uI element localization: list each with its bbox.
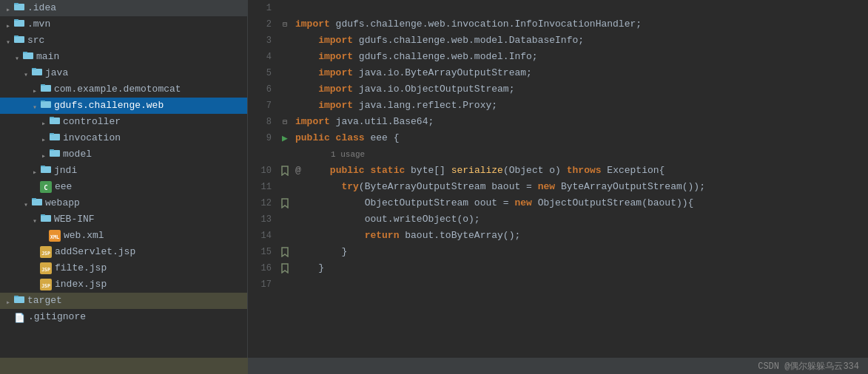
code-token <box>295 195 365 211</box>
sidebar-item-webapp[interactable]: webapp <box>0 195 247 211</box>
type-name: byte <box>411 163 434 179</box>
sidebar-item-label: src <box>27 33 44 48</box>
sidebar-item-filte.jsp[interactable]: JSPfilte.jsp <box>0 260 247 276</box>
line-number: 10 <box>248 163 272 179</box>
sidebar-item-idea[interactable]: .idea <box>0 0 247 16</box>
tree-arrow[interactable] <box>30 247 40 257</box>
sidebar-item-label: com.example.demotomcat <box>54 82 181 97</box>
code-line: return baout.toByteArray(); <box>295 228 868 244</box>
code-line: import java.io.ObjectOutputStream; <box>295 81 868 98</box>
sidebar-item-eee[interactable]: Ceee <box>0 179 247 195</box>
sidebar-item-mvn[interactable]: .mvn <box>0 16 247 33</box>
tree-arrow[interactable] <box>3 3 13 13</box>
folder-icon <box>40 163 54 180</box>
tree-arrow[interactable] <box>3 312 13 322</box>
code-token <box>295 179 341 195</box>
package-name: java.lang.reflect.Proxy; <box>359 98 497 114</box>
tree-arrow[interactable] <box>38 133 49 143</box>
code-line: import java.lang.reflect.Proxy; <box>295 98 868 114</box>
tree-arrow[interactable] <box>30 182 40 192</box>
sidebar-item-label: controller <box>63 115 121 129</box>
tree-arrow[interactable] <box>3 296 13 306</box>
code-token: ()); <box>682 179 705 195</box>
code-content[interactable]: import gdufs.challenge.web.invocation.In… <box>292 0 868 374</box>
svg-rect-17 <box>50 133 54 135</box>
tree-arrow[interactable] <box>30 279 40 290</box>
line-number: 1 <box>248 0 272 16</box>
svg-rect-3 <box>14 19 18 21</box>
tree-arrow[interactable] <box>30 84 40 95</box>
line-number: 5 <box>248 65 272 81</box>
sidebar-item-.gitignore[interactable]: 📄.gitignore <box>0 309 247 325</box>
sidebar-item-label: java <box>45 66 68 81</box>
folder-icon <box>31 65 45 82</box>
code-token <box>295 65 318 81</box>
tree-arrow[interactable] <box>21 198 31 208</box>
tree-arrow[interactable] <box>38 231 49 241</box>
sidebar-item-index.jsp[interactable]: JSPindex.jsp <box>0 276 247 293</box>
svg-rect-4 <box>14 36 24 43</box>
usage-hint: 1 usage <box>295 146 868 163</box>
folder-icon <box>40 81 54 98</box>
empty-gutter <box>277 49 292 65</box>
package-name: java.util.Base64; <box>336 114 434 130</box>
sidebar-item-controller[interactable]: controller <box>0 114 247 130</box>
code-token: { <box>394 130 400 146</box>
sidebar-item-main[interactable]: main <box>0 49 247 65</box>
code-line: @ public static byte[] serialize(Object … <box>295 163 868 179</box>
svg-rect-5 <box>14 35 18 37</box>
svg-rect-1 <box>14 3 18 4</box>
empty-gutter <box>277 0 292 16</box>
class-name: eee <box>370 130 393 146</box>
type-name: Object <box>509 163 544 179</box>
line-number: 12 <box>248 195 272 211</box>
svg-rect-25 <box>32 198 36 200</box>
tree-arrow[interactable] <box>30 166 40 176</box>
sidebar-item-gdufs.challenge.web[interactable]: gdufs.challenge.web <box>0 98 247 114</box>
code-token: ( <box>503 163 509 179</box>
folder-icon <box>40 98 54 115</box>
tree-arrow[interactable] <box>12 52 22 62</box>
sidebar-item-jndi[interactable]: jndi <box>0 163 247 179</box>
line-number: 16 <box>248 260 272 276</box>
tree-arrow[interactable] <box>38 117 49 127</box>
tree-arrow[interactable] <box>38 149 49 160</box>
folder-icon <box>22 49 36 66</box>
line-number: 9 <box>248 130 272 146</box>
sidebar-item-src[interactable]: src <box>0 33 247 49</box>
file-tree[interactable]: .idea .mvn src main java com.example.dem… <box>0 0 248 374</box>
line-numbers: 1234567891011121314151617 <box>248 0 277 374</box>
sidebar-item-label: .idea <box>27 1 56 16</box>
sidebar-item-addServlet.jsp[interactable]: JSPaddServlet.jsp <box>0 244 247 260</box>
sidebar-item-com.example.demotomcat[interactable]: com.example.demotomcat <box>0 81 247 98</box>
line-number: 7 <box>248 98 272 114</box>
sidebar-item-WEB-INF[interactable]: WEB-INF <box>0 211 247 228</box>
sidebar-item-label: invocation <box>63 131 121 146</box>
empty-gutter <box>277 146 292 163</box>
keyword: throws <box>567 163 608 179</box>
sidebar-item-label: filte.jsp <box>55 261 107 276</box>
bookmark-gutter-icon <box>277 244 292 260</box>
sidebar-item-web.xml[interactable]: XMLweb.xml <box>0 228 247 244</box>
sidebar-item-java[interactable]: java <box>0 65 247 81</box>
bookmark-gutter-icon <box>277 195 292 211</box>
tree-arrow[interactable] <box>30 214 40 225</box>
tree-arrow[interactable] <box>3 35 13 46</box>
folder-icon <box>13 293 27 310</box>
tree-arrow[interactable] <box>21 68 31 78</box>
tree-arrow[interactable] <box>3 19 13 30</box>
sidebar-item-invocation[interactable]: invocation <box>0 130 247 146</box>
sidebar-item-target[interactable]: target <box>0 293 247 309</box>
code-line <box>295 276 868 293</box>
sidebar-item-model[interactable]: model <box>0 146 247 163</box>
tree-arrow[interactable] <box>30 263 40 273</box>
tree-arrow[interactable] <box>30 101 40 111</box>
line-number: 13 <box>248 211 272 228</box>
code-token <box>307 163 330 179</box>
sidebar-item-label: .mvn <box>27 17 50 32</box>
svg-text:C: C <box>44 184 47 191</box>
svg-rect-18 <box>50 150 60 157</box>
svg-rect-24 <box>32 199 42 205</box>
line-number-blank <box>248 146 272 163</box>
svg-text:JSP: JSP <box>41 251 50 256</box>
